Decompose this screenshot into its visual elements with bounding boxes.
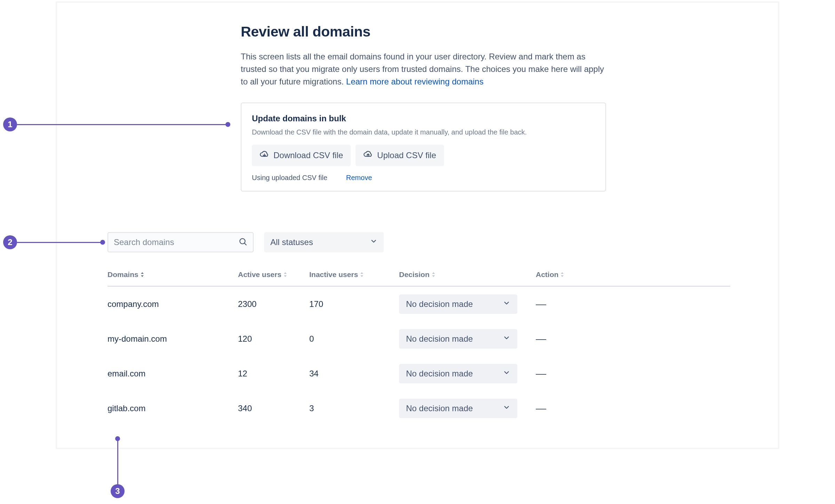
upload-csv-button[interactable]: Upload CSV file	[356, 145, 444, 166]
bulk-buttons-row: Download CSV file Upload CSV file	[252, 145, 595, 166]
decision-select[interactable]: No decision made	[399, 399, 517, 418]
decision-select-label: No decision made	[406, 369, 473, 379]
app-frame: Review all domains This screen lists all…	[56, 1, 779, 449]
bulk-footer: Using uploaded CSV file Remove	[252, 174, 595, 182]
status-filter-label: All statuses	[270, 237, 313, 247]
cell-decision: No decision made	[399, 364, 536, 383]
cell-domain: email.com	[108, 369, 238, 379]
cell-action: —	[536, 403, 731, 414]
cell-inactive-users: 170	[309, 299, 399, 309]
callout-badge-3: 3	[111, 484, 125, 498]
col-decision[interactable]: Decision	[399, 270, 536, 279]
sort-icon	[432, 272, 435, 277]
cloud-download-icon	[260, 149, 269, 161]
cell-active-users: 2300	[238, 299, 309, 309]
cell-action: —	[536, 368, 731, 380]
cell-action: —	[536, 333, 731, 345]
search-input[interactable]	[114, 237, 238, 247]
callout-badge-2: 2	[3, 235, 17, 249]
bulk-update-panel: Update domains in bulk Download the CSV …	[241, 103, 606, 192]
decision-select-label: No decision made	[406, 299, 473, 309]
cell-active-users: 340	[238, 404, 309, 413]
bulk-title: Update domains in bulk	[252, 114, 595, 123]
download-csv-label: Download CSV file	[273, 151, 343, 160]
domains-table: Domains Active users Inactive users Deci…	[108, 270, 730, 426]
search-icon	[238, 237, 247, 247]
col-inactive-label: Inactive users	[309, 270, 358, 279]
cell-domain: gitlab.com	[108, 404, 238, 413]
callout-line-2	[17, 242, 101, 243]
chevron-down-icon	[503, 404, 510, 413]
learn-more-link[interactable]: Learn more about reviewing domains	[346, 77, 484, 86]
cell-action: —	[536, 298, 731, 310]
page-title: Review all domains	[241, 24, 738, 40]
chevron-down-icon	[503, 369, 510, 379]
decision-select[interactable]: No decision made	[399, 364, 517, 383]
svg-line-1	[245, 243, 246, 245]
callout-badge-1: 1	[3, 117, 17, 131]
callout-dot-1	[225, 122, 230, 127]
bulk-description: Download the CSV file with the domain da…	[252, 128, 595, 136]
page-description: This screen lists all the email domains …	[241, 50, 606, 88]
download-csv-button[interactable]: Download CSV file	[252, 145, 351, 166]
cell-inactive-users: 0	[309, 334, 399, 344]
col-domains[interactable]: Domains	[108, 270, 238, 279]
table-body: company.com2300170No decision made—my-do…	[108, 287, 730, 426]
search-domains-box[interactable]	[108, 232, 254, 252]
main-content: Review all domains This screen lists all…	[241, 24, 738, 192]
cell-decision: No decision made	[399, 399, 536, 418]
col-action-label: Action	[536, 270, 558, 279]
table-row: gitlab.com3403No decision made—	[108, 391, 730, 426]
chevron-down-icon	[370, 237, 377, 247]
table-row: my-domain.com1200No decision made—	[108, 322, 730, 356]
decision-select[interactable]: No decision made	[399, 329, 517, 349]
cell-active-users: 120	[238, 334, 309, 344]
filters-row: All statuses	[108, 232, 384, 252]
cloud-upload-icon	[363, 149, 373, 161]
status-filter-select[interactable]: All statuses	[264, 232, 384, 252]
table-header-row: Domains Active users Inactive users Deci…	[108, 270, 730, 287]
sort-icon	[284, 272, 287, 277]
cell-decision: No decision made	[399, 294, 536, 314]
cell-domain: company.com	[108, 299, 238, 309]
callout-line-1	[17, 124, 226, 125]
sort-icon	[141, 272, 144, 277]
col-decision-label: Decision	[399, 270, 430, 279]
sort-icon	[560, 272, 564, 277]
col-active-label: Active users	[238, 270, 281, 279]
cell-domain: my-domain.com	[108, 334, 238, 344]
cell-decision: No decision made	[399, 329, 536, 349]
callout-line-3	[117, 440, 118, 485]
col-action[interactable]: Action	[536, 270, 731, 279]
upload-csv-label: Upload CSV file	[377, 151, 436, 160]
decision-select[interactable]: No decision made	[399, 294, 517, 314]
col-inactive-users[interactable]: Inactive users	[309, 270, 399, 279]
cell-active-users: 12	[238, 369, 309, 379]
decision-select-label: No decision made	[406, 404, 473, 413]
cell-inactive-users: 3	[309, 404, 399, 413]
cell-inactive-users: 34	[309, 369, 399, 379]
decision-select-label: No decision made	[406, 334, 473, 344]
remove-csv-link[interactable]: Remove	[346, 174, 372, 182]
svg-point-0	[240, 238, 245, 244]
callout-dot-3	[115, 436, 120, 441]
sort-icon	[360, 272, 364, 277]
col-domains-label: Domains	[108, 270, 138, 279]
col-active-users[interactable]: Active users	[238, 270, 309, 279]
chevron-down-icon	[503, 299, 510, 309]
table-row: email.com1234No decision made—	[108, 356, 730, 391]
callout-dot-2	[100, 240, 105, 245]
csv-status-text: Using uploaded CSV file	[252, 174, 327, 182]
table-row: company.com2300170No decision made—	[108, 287, 730, 322]
chevron-down-icon	[503, 334, 510, 344]
